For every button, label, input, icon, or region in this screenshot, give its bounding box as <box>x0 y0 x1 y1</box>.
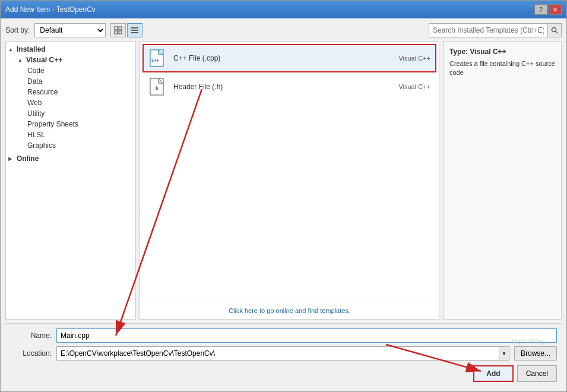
center-panel: C++ C++ File (.cpp) Visual C++ <box>140 41 439 320</box>
grid-view-button[interactable] <box>110 23 126 37</box>
header-file-name: Header File (.h) <box>173 83 392 91</box>
search-button[interactable] <box>547 23 562 37</box>
browse-button[interactable]: Browse... <box>514 346 557 361</box>
main-area: ▲ Installed ▲ Visual C++ Code Data Resou <box>5 41 562 320</box>
cpp-file-name: C++ File (.cpp) <box>173 54 392 62</box>
header-file-category: Visual C++ <box>398 83 430 90</box>
tree-item-resource[interactable]: Resource <box>6 87 135 97</box>
svg-text:.h: .h <box>153 86 159 91</box>
template-item-cpp[interactable]: C++ C++ File (.cpp) Visual C++ <box>142 44 436 72</box>
location-wrapper: ▼ <box>56 346 509 361</box>
type-prefix: Type: <box>449 48 470 56</box>
watermark: https://blog... <box>512 337 549 344</box>
h-file-icon: .h <box>148 77 167 96</box>
sort-select[interactable]: Default <box>34 23 106 37</box>
dialog-window: Add New Item - TestOpenCv ? ✕ Sort by: D… <box>0 0 567 392</box>
list-view-button[interactable] <box>127 23 142 37</box>
tree-item-utility[interactable]: Utility <box>6 108 135 119</box>
type-value: Visual C++ <box>470 48 506 56</box>
search-box <box>429 23 562 37</box>
bottom-area: Name: Location: ▼ Browse... Add Cancel <box>5 323 562 387</box>
list-icon <box>131 26 139 34</box>
tree-label-web: Web <box>27 99 42 107</box>
name-row: Name: <box>10 328 557 343</box>
cpp-file-category: Visual C++ <box>398 55 430 62</box>
svg-text:C++: C++ <box>151 58 159 63</box>
sort-dropdown: Default <box>34 23 106 37</box>
tree-item-visual-cpp[interactable]: ▲ Visual C++ <box>6 55 135 65</box>
tree-item-online[interactable]: ▶ Online <box>6 153 135 164</box>
svg-point-7 <box>552 28 556 32</box>
type-description: Creates a file containing C++ source cod… <box>449 59 555 78</box>
title-bar: Add New Item - TestOpenCv ? ✕ <box>1 1 566 18</box>
template-item-header[interactable]: .h Header File (.h) Visual C++ <box>142 72 436 101</box>
window-title: Add New Item - TestOpenCv <box>5 5 96 14</box>
name-label: Name: <box>10 331 52 340</box>
cancel-button[interactable]: Cancel <box>517 365 557 382</box>
dialog-content: Sort by: Default <box>1 18 566 391</box>
sort-label: Sort by: <box>5 26 30 34</box>
tree-item-code[interactable]: Code <box>6 65 135 76</box>
search-input[interactable] <box>429 23 547 37</box>
tree-label-property-sheets: Property Sheets <box>27 120 78 128</box>
tree-label-data: Data <box>27 77 42 86</box>
location-label: Location: <box>10 349 52 358</box>
right-panel: Type: Visual C++ Creates a file containi… <box>443 41 562 320</box>
tree-item-data[interactable]: Data <box>6 76 135 87</box>
location-input[interactable] <box>56 346 499 361</box>
tree-item-installed[interactable]: ▲ Installed <box>6 44 135 55</box>
tree-label-online: Online <box>17 154 39 163</box>
expand-arrow-online: ▶ <box>8 156 14 162</box>
svg-rect-1 <box>119 27 122 30</box>
title-bar-buttons: ? ✕ <box>534 4 562 15</box>
action-buttons: Add Cancel <box>10 365 557 382</box>
grid-icon <box>114 26 122 34</box>
online-templates-link[interactable]: Click here to go online and find templat… <box>140 302 439 319</box>
svg-line-8 <box>556 31 558 34</box>
left-panel: ▲ Installed ▲ Visual C++ Code Data Resou <box>5 41 136 320</box>
tree-label-hlsl: HLSL <box>27 131 45 139</box>
help-button[interactable]: ? <box>534 4 547 15</box>
search-icon <box>551 27 558 34</box>
tree-label-graphics: Graphics <box>27 141 56 150</box>
tree-item-property-sheets[interactable]: Property Sheets <box>6 119 135 129</box>
expand-arrow: ▲ <box>8 47 14 52</box>
name-input[interactable] <box>56 328 557 343</box>
expand-arrow: ▲ <box>18 58 24 63</box>
tree-label-utility: Utility <box>27 109 45 118</box>
close-button[interactable]: ✕ <box>549 4 562 15</box>
tree-label-installed: Installed <box>17 45 46 53</box>
main-window: Add New Item - TestOpenCv ? ✕ Sort by: D… <box>0 0 567 392</box>
cpp-file-icon: C++ <box>148 49 167 68</box>
tree-item-web[interactable]: Web <box>6 97 135 108</box>
view-buttons <box>110 23 142 37</box>
template-list: C++ C++ File (.cpp) Visual C++ <box>140 42 439 302</box>
svg-rect-0 <box>115 27 118 30</box>
top-bar: Sort by: Default <box>5 23 562 37</box>
location-dropdown-arrow[interactable]: ▼ <box>499 346 509 361</box>
tree-label-visual-cpp: Visual C++ <box>26 56 62 64</box>
type-label: Type: Visual C++ <box>449 48 555 56</box>
tree-item-graphics[interactable]: Graphics <box>6 140 135 151</box>
tree-item-hlsl[interactable]: HLSL <box>6 129 135 140</box>
add-button[interactable]: Add <box>473 365 513 382</box>
svg-rect-3 <box>119 31 122 34</box>
tree-label-code: Code <box>27 67 45 75</box>
location-row: Location: ▼ Browse... <box>10 346 557 361</box>
tree-label-resource: Resource <box>27 88 58 96</box>
svg-rect-2 <box>115 31 118 34</box>
